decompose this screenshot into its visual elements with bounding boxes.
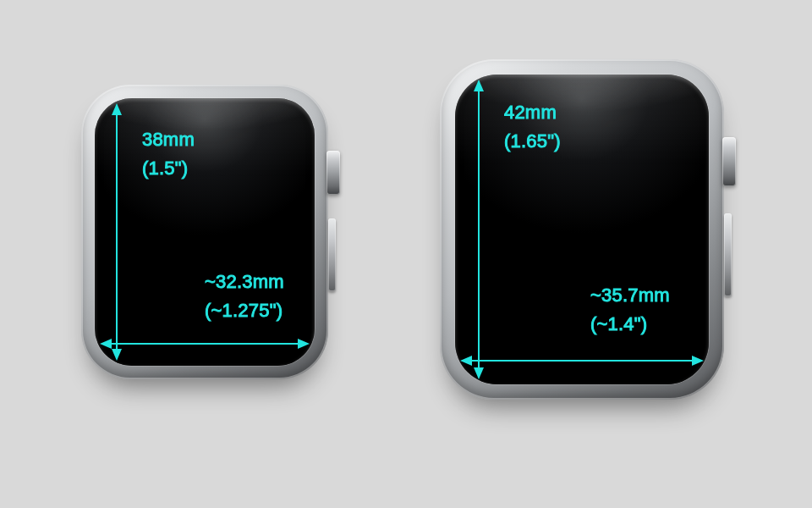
- width-in-large: (~1.4"): [590, 313, 647, 334]
- watch-screen-small: 38mm (1.5") ~32.3mm (~1.275"): [95, 98, 315, 366]
- digital-crown-icon: [722, 137, 736, 186]
- comparison-stage: 38mm (1.5") ~32.3mm (~1.275"): [0, 0, 812, 508]
- dimension-overlay-large: 42mm (1.65") ~35.7mm (~1.4"): [455, 75, 709, 384]
- side-button-icon: [328, 218, 336, 291]
- watch-case-large: 42mm (1.65") ~35.7mm (~1.4"): [440, 59, 724, 400]
- watch-large: 42mm (1.65") ~35.7mm (~1.4"): [440, 59, 724, 400]
- height-in-large: (1.65"): [504, 130, 561, 152]
- side-button-icon: [724, 213, 732, 296]
- svg-marker-1: [112, 103, 122, 115]
- svg-marker-8: [474, 367, 484, 379]
- svg-marker-7: [474, 80, 484, 91]
- height-in-small: (1.5"): [142, 157, 188, 179]
- digital-crown-icon: [326, 151, 340, 195]
- height-mm-small: 38mm: [142, 129, 195, 150]
- watch-small: 38mm (1.5") ~32.3mm (~1.275"): [81, 85, 328, 379]
- watch-screen-large: 42mm (1.65") ~35.7mm (~1.4"): [455, 75, 709, 384]
- svg-marker-4: [100, 339, 112, 349]
- svg-marker-10: [460, 356, 472, 366]
- svg-marker-2: [112, 349, 122, 361]
- dimension-overlay-small: 38mm (1.5") ~32.3mm (~1.275"): [95, 98, 315, 366]
- watch-case-small: 38mm (1.5") ~32.3mm (~1.275"): [81, 85, 328, 379]
- svg-marker-11: [692, 356, 704, 366]
- svg-marker-5: [298, 339, 310, 349]
- height-mm-large: 42mm: [504, 102, 557, 123]
- width-mm-large: ~35.7mm: [590, 284, 670, 306]
- width-in-small: (~1.275"): [205, 300, 283, 321]
- width-mm-small: ~32.3mm: [205, 271, 284, 292]
